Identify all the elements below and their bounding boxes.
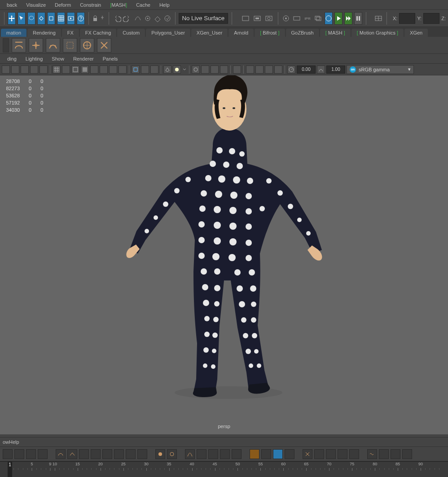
timeline[interactable]: 1 510152025303540455055606570758085909 [0,461,448,477]
snap-point-icon[interactable] [144,12,152,25]
panel-menu-lighting[interactable]: Lighting [21,56,48,61]
isolate-select-icon[interactable] [132,66,140,74]
image-plane-icon[interactable] [30,66,38,74]
lights-filter-icon[interactable] [173,66,181,74]
play-icon[interactable] [334,12,343,25]
xray-icon[interactable] [141,66,149,74]
snap-live-icon[interactable] [163,12,171,25]
curve-2[interactable] [197,449,206,459]
flat-light-icon[interactable] [220,66,228,74]
color-management-select[interactable]: on sRGB gamma ▾ [347,65,414,74]
lights-icon[interactable] [109,66,117,74]
pause-icon[interactable] [354,12,362,25]
lock-camera-icon[interactable] [11,66,19,74]
wire-on-shaded-icon[interactable] [90,66,98,74]
gate-mask-icon[interactable] [62,66,70,74]
dof-icon[interactable] [246,66,254,74]
panel-menu-shading[interactable]: ding [3,56,21,61]
shelf-icon-5[interactable] [80,38,94,53]
tab-fx[interactable]: FX [62,29,79,37]
key-tool-1[interactable] [3,449,13,459]
scale-tool-icon[interactable] [47,12,55,25]
tab-rendering[interactable]: Rendering [27,29,61,37]
menu-visualize[interactable]: Visualize [22,2,50,8]
gamma-icon[interactable] [317,66,325,74]
menu-deform[interactable]: Deform [50,2,75,8]
polymesh-icon[interactable] [163,66,171,74]
infinity-post-icon[interactable] [379,449,389,459]
curve-1[interactable] [185,449,195,459]
multisample-icon[interactable] [265,66,273,74]
key-tool-4[interactable] [38,449,48,459]
unify-tangent[interactable] [167,449,177,459]
tangent-2[interactable] [67,449,77,459]
bottom-menu-help[interactable]: Help [9,439,19,445]
tab-arnold[interactable]: Arnold [228,29,254,37]
ao-icon[interactable] [255,66,264,74]
default-light-icon[interactable] [192,66,200,74]
panel-menu-renderer[interactable]: Renderer [69,56,98,61]
lasso-tool-icon[interactable] [27,12,35,25]
tangent-3[interactable] [79,449,89,459]
tab-xgen[interactable]: XGen [404,29,428,37]
scene-mesh[interactable] [116,75,332,407]
redo-icon[interactable] [123,12,132,25]
select-camera-icon[interactable] [2,66,10,74]
break-tangent[interactable] [155,449,165,459]
render-settings-icon[interactable] [264,12,274,25]
render-icon[interactable] [292,12,301,25]
shelf-icon-4[interactable] [63,38,77,53]
paste-key-icon[interactable] [326,449,336,459]
shaded-icon[interactable] [81,66,89,74]
swap-buffer-icon[interactable] [261,449,271,459]
key-tool-3[interactable] [26,449,36,459]
bottom-menu-show[interactable]: ow [3,439,9,445]
tangent-6[interactable] [114,449,124,459]
ipr-icon[interactable]: IPR [303,12,312,25]
tab-mash[interactable]: [ MASH ] [320,29,351,37]
menu-playback[interactable]: back [2,2,22,8]
grid-icon[interactable] [53,66,61,74]
buffer-curve-icon[interactable] [250,449,259,459]
infinity-linear-icon[interactable] [402,449,412,459]
rotate-tool-icon[interactable] [37,12,45,25]
live-surface-field[interactable] [179,13,228,24]
panel-menu-panels[interactable]: Panels [98,56,123,61]
tab-custom[interactable]: Custom [117,29,145,37]
exposure-icon[interactable] [287,66,295,74]
menu-cache[interactable]: Cache [132,2,155,8]
delete-key-icon[interactable] [338,449,347,459]
scale-key-icon[interactable] [349,449,359,459]
select-tool-icon[interactable] [18,12,26,25]
curve-5[interactable] [232,449,242,459]
viewport[interactable]: 2870800 8227300 5362800 5719200 3403000 [0,75,448,434]
infinity-cycle-icon[interactable] [391,449,400,459]
shelf-icon-2[interactable] [29,38,43,53]
tab-motion-graphics[interactable]: [ Motion Graphics ] [351,29,404,37]
infinity-pre-icon[interactable] [367,449,377,459]
wireframe-icon[interactable] [71,66,79,74]
two-sided-icon[interactable] [201,66,209,74]
tab-xgen-user[interactable]: XGen_User [191,29,228,37]
shelf-menu-icon[interactable] [3,38,9,53]
snap-plane-icon[interactable] [154,12,162,25]
layout-icon[interactable] [374,12,383,25]
tangent-8[interactable] [137,449,147,459]
tab-fxcaching[interactable]: FX Caching [80,29,116,37]
move-tool-icon[interactable] [8,12,16,25]
menu-mash[interactable]: [MASH] [105,2,132,8]
xray-joints-icon[interactable] [150,66,158,74]
menu-constrain[interactable]: Constrain [75,2,105,8]
motion-blur-icon[interactable] [233,66,241,74]
render-view-icon[interactable] [253,12,263,25]
time-ruler[interactable]: 510152025303540455055606570758085909 [0,462,448,470]
tab-bifrost[interactable]: [ Bifrost ] [255,29,285,37]
construction-history-icon[interactable] [241,12,251,25]
shelf-icon-1[interactable] [12,38,26,53]
help-icon[interactable]: ? [77,12,85,25]
film-gate-icon[interactable] [40,66,48,74]
hypershade-icon[interactable] [281,12,290,25]
gamma-field[interactable] [326,66,345,74]
tangent-7[interactable] [126,449,136,459]
lock-icon[interactable] [92,12,98,25]
